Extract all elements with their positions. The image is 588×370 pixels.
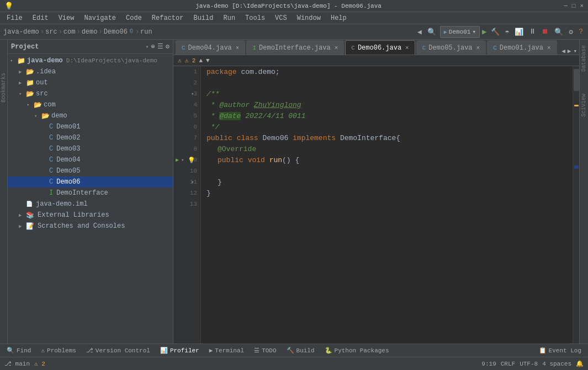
list-item[interactable]: ▶ C Demo01 — [8, 121, 173, 132]
list-item[interactable]: ▶ C Demo04 — [8, 154, 173, 165]
pause-button[interactable]: ⏸ — [527, 28, 538, 36]
breadcrumb-file[interactable]: Demo06 — [104, 28, 128, 36]
warning-status[interactable]: ⚠ 2 — [34, 360, 45, 367]
menu-build[interactable]: Build — [189, 12, 218, 24]
build-tool[interactable]: 🔨 Build — [282, 345, 319, 357]
tab-close-icon[interactable]: × — [476, 45, 480, 51]
menu-refactor[interactable]: Refactor — [147, 12, 188, 24]
line-number-5: 5 — [173, 110, 200, 121]
list-item[interactable]: ▶ C Demo06 — [8, 176, 173, 187]
bookmarks-panel[interactable]: Bookmarks — [1, 73, 7, 103]
scrollbar-thumb[interactable] — [574, 69, 579, 91]
menu-code[interactable]: Code — [121, 12, 146, 24]
code-content[interactable]: package com.demo; /** * @author ZhuYingl… — [201, 66, 573, 344]
list-item[interactable]: ▾ 📂 src — [8, 88, 173, 99]
tab-scroll-right[interactable]: ▶ — [568, 47, 571, 55]
menu-window[interactable]: Window — [293, 12, 325, 24]
tab-demo01[interactable]: C Demo01.java × — [487, 40, 557, 55]
tab-scroll-left[interactable]: ◀ — [561, 47, 565, 55]
list-item[interactable]: ▶ 📚 External Libraries — [8, 210, 173, 221]
tab-more[interactable]: ▾ — [573, 47, 577, 55]
tab-demo05[interactable]: C Demo05.java × — [416, 40, 486, 55]
list-item[interactable]: ▶ C Demo02 — [8, 132, 173, 143]
maximize-button[interactable]: □ — [572, 3, 576, 9]
database-panel[interactable]: Database — [581, 45, 587, 72]
tab-close-icon[interactable]: × — [547, 45, 551, 51]
charset-status[interactable]: UTF-8 — [520, 361, 538, 367]
code-line-2 — [201, 77, 573, 88]
menu-view[interactable]: View — [54, 12, 79, 24]
breadcrumb-src[interactable]: src — [45, 28, 57, 36]
todo-tool[interactable]: ☰ TODO — [250, 345, 280, 357]
menu-file[interactable]: File — [2, 12, 27, 24]
search-everywhere-icon[interactable]: 🔍 — [553, 28, 565, 36]
terminal-tool[interactable]: ▶ Terminal — [205, 345, 248, 357]
eventlog-label: Event Log — [549, 347, 581, 354]
list-item[interactable]: ▾ 📂 com — [8, 99, 173, 110]
notifications-icon[interactable]: 🔔 — [576, 360, 584, 367]
nav-search-icon[interactable]: 🔍 — [426, 28, 438, 36]
code-editor[interactable]: 1 2 ▾ 3 4 5 6 7 8 ▶ ▾ 💡 9 10 — [173, 66, 579, 344]
close-button[interactable]: × — [580, 3, 584, 9]
tree-root[interactable]: ▾ 📁 java-demo D:\IdeaProjects\java-demo — [8, 55, 173, 66]
menu-run[interactable]: Run — [219, 12, 240, 24]
list-item[interactable]: ▶ 📝 Scratches and Consoles — [8, 221, 173, 232]
tab-close-icon[interactable]: × — [405, 45, 409, 51]
tree-project-path: D:\IdeaProjects\java-demo — [66, 57, 157, 64]
nav-down-icon[interactable]: ▼ — [206, 57, 210, 64]
tab-demo06[interactable]: C Demo06.java × — [345, 40, 415, 55]
problems-tool[interactable]: ⚠ Problems — [36, 345, 80, 357]
nav-up-icon[interactable]: ▲ — [199, 57, 203, 64]
profile-button[interactable]: 📊 — [513, 28, 525, 36]
collapse-icon[interactable]: ☰ — [157, 42, 163, 51]
run-config-dropdown[interactable]: ▶ Demo01 ▾ — [440, 26, 480, 38]
run-button[interactable]: ▶ — [482, 27, 486, 36]
scview-panel[interactable]: SciView — [581, 94, 587, 117]
vcs-tool[interactable]: ⎇ Version Control — [82, 345, 155, 357]
locate-icon[interactable]: ⊕ — [151, 42, 155, 51]
tab-demo04[interactable]: C Demo04.java × — [176, 40, 245, 55]
title-bar-title: java-demo [D:\IdeaProjects\java-demo] - … — [13, 3, 564, 9]
breadcrumb-project[interactable]: java-demo — [3, 28, 39, 36]
git-branch[interactable]: ⎇ main — [4, 360, 30, 367]
profiler-tool[interactable]: 📊 Profiler — [156, 345, 204, 357]
settings-icon[interactable]: ⚙ — [166, 42, 169, 51]
tab-close-icon[interactable]: × — [236, 45, 240, 51]
breadcrumb-com[interactable]: com — [63, 28, 76, 36]
expand-arrow: ▾ — [27, 102, 32, 108]
list-item[interactable]: ▶ 📁 out — [8, 77, 173, 88]
menu-edit[interactable]: Edit — [28, 12, 53, 24]
tree-item-label: DemoInterface — [56, 189, 108, 197]
line-number-1: 1 — [173, 66, 200, 77]
overview-ruler — [573, 66, 579, 344]
python-packages-tool[interactable]: 🐍 Python Packages — [320, 345, 394, 357]
warning-count: ⚠ 2 — [185, 57, 196, 64]
event-log-tool[interactable]: 📋 Event Log — [534, 345, 586, 357]
stop-button[interactable]: ⏹ — [540, 28, 550, 36]
run2-button[interactable]: 🔨 — [489, 28, 501, 36]
list-item[interactable]: ▶ 📂 .idea — [8, 66, 173, 77]
indent-status[interactable]: 4 spaces — [542, 361, 571, 367]
tab-demoint[interactable]: I DemoInterface.java × — [246, 40, 344, 55]
menu-navigate[interactable]: Navigate — [80, 12, 120, 24]
help-icon[interactable]: ? — [577, 28, 585, 36]
menu-tools[interactable]: Tools — [241, 12, 269, 24]
list-item[interactable]: ▶ C Demo05 — [8, 165, 173, 176]
line-ending-status[interactable]: CRLF — [501, 361, 515, 367]
minimize-button[interactable]: ─ — [564, 3, 568, 9]
list-item[interactable]: ▶ 📄 java-demo.iml — [8, 199, 173, 210]
menu-vcs[interactable]: VCS — [271, 12, 292, 24]
breadcrumb-method[interactable]: run — [140, 28, 152, 36]
nav-back-icon[interactable]: ◀ — [416, 28, 423, 36]
menu-help[interactable]: Help — [326, 12, 351, 24]
tab-close-icon[interactable]: × — [335, 45, 338, 51]
list-item[interactable]: ▶ I DemoInterface — [8, 187, 173, 199]
list-item[interactable]: ▾ 📂 demo — [8, 110, 173, 121]
breadcrumb-demo[interactable]: demo — [82, 28, 98, 36]
line-col-status[interactable]: 9:19 — [481, 361, 496, 367]
coverage-button[interactable]: ☂ — [504, 28, 511, 36]
line-number-9: ▶ ▾ 💡 9 — [173, 154, 200, 165]
settings-icon[interactable]: ⚙ — [567, 28, 575, 36]
list-item[interactable]: ▶ C Demo03 — [8, 143, 173, 154]
find-tool[interactable]: 🔍 Find — [2, 345, 35, 357]
